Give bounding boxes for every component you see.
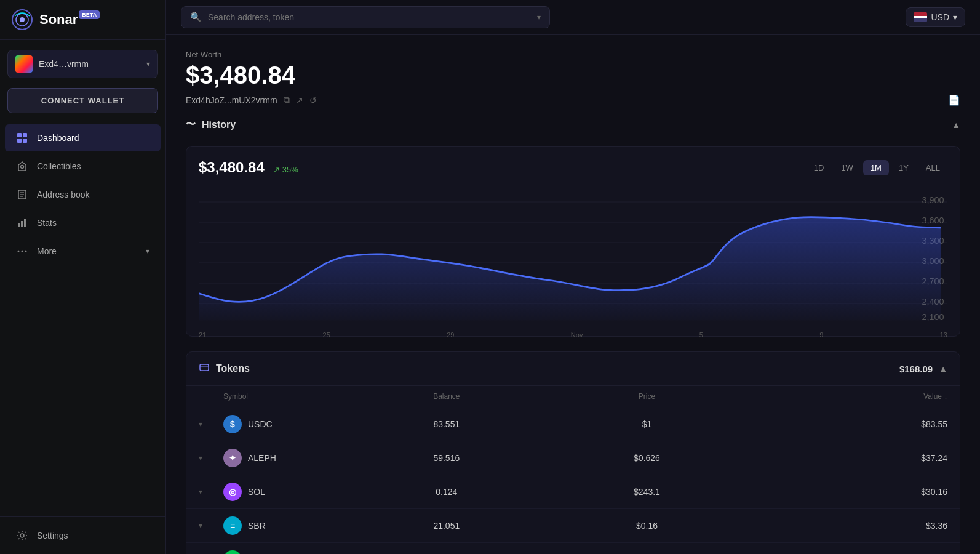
table-row: ▾ ≡ SBR 21.051 $0.16 $3.36 [186,509,960,543]
time-btn-1y[interactable]: 1Y [891,160,916,175]
svg-point-7 [21,166,24,169]
chart-header: $3,480.84 ↗ 35% 1D 1W 1M 1Y ALL [199,159,947,176]
svg-text:3,900: 3,900 [922,195,944,205]
search-input[interactable] [208,12,531,22]
address-row: Exd4hJoZ...mUX2vrmm ⧉ ↗ ↺ 📄 [186,94,960,106]
col-header-value: Value ↓ [747,392,947,401]
svg-point-17 [25,251,27,252]
history-section-header: 〜 History ▲ [186,118,960,136]
wallet-name: Exd4…vrmm [39,59,140,69]
sidebar-item-settings[interactable]: Settings [5,523,161,548]
col-header-chevron [199,392,223,401]
stats-icon [16,217,28,229]
col-header-balance: Balance [346,392,547,401]
token-info: ≡ SBR [223,516,346,535]
row-expand-icon[interactable]: ▾ [199,454,223,462]
table-row: ▾ ◈ ALM 0.248 $0.00135 $0.00 [186,543,960,554]
connect-wallet-button[interactable]: CONNECT WALLET [7,88,158,113]
address-text: Exd4hJoZ...mUX2vrmm [186,95,277,105]
svg-rect-3 [17,133,22,137]
time-btn-1w[interactable]: 1W [834,160,861,175]
time-period-buttons: 1D 1W 1M 1Y ALL [807,160,947,175]
x-label-25: 25 [323,331,330,339]
svg-rect-12 [18,223,20,227]
token-balance: 83.551 [346,419,547,429]
net-worth-label: Net Worth [186,50,960,59]
time-btn-1d[interactable]: 1D [807,160,832,175]
sidebar: SonarBETA Exd4…vrmm ▾ CONNECT WALLET Das… [0,0,166,554]
token-name: ALEPH [248,453,276,463]
token-value: $37.24 [747,453,947,463]
sidebar-item-collectibles[interactable]: Collectibles [5,153,161,180]
wallet-selector[interactable]: Exd4…vrmm ▾ [7,50,158,78]
token-balance: 59.516 [346,453,547,463]
tokens-total-value: $168.09 [899,364,933,374]
tokens-table: Symbol Balance Price Value ↓ ▾ $ USDC 83… [186,386,960,554]
chart-current-value: $3,480.84 [199,159,265,175]
chart-value-area: $3,480.84 ↗ 35% [199,159,298,176]
x-label-5: 5 [699,331,703,339]
svg-rect-14 [24,219,26,227]
token-value: $3.36 [747,521,947,531]
tokens-column-headers: Symbol Balance Price Value ↓ [186,386,960,407]
sonar-logo-icon [11,9,33,31]
chart-arrow-up-icon: ↗ [273,165,280,174]
x-label-nov: Nov [571,331,583,339]
token-value: $83.55 [747,419,947,429]
flag-icon [914,12,927,22]
token-icon-sbr: ≡ [223,516,242,535]
token-price: $0.16 [547,521,747,531]
sidebar-item-address-book[interactable]: Address book [5,181,161,208]
search-icon: 🔍 [190,12,202,23]
row-expand-icon[interactable]: ▾ [199,488,223,496]
token-name: USDC [248,419,273,429]
col-header-price: Price [547,392,747,401]
sidebar-item-more[interactable]: More ▾ [5,238,161,265]
doc-icon[interactable]: 📄 [948,94,960,106]
svg-rect-5 [17,138,22,143]
row-expand-icon[interactable]: ▾ [199,521,223,530]
copy-icon[interactable]: ⧉ [284,95,290,105]
net-worth-value: $3,480.84 [186,62,960,89]
chart-pct-value: 35% [282,165,298,174]
x-label-29: 29 [447,331,454,339]
history-title-icon: 〜 [186,118,196,131]
row-expand-icon[interactable]: ▾ [199,420,223,428]
search-bar[interactable]: 🔍 ▾ [181,6,550,28]
token-info: ◈ ALM [223,550,346,554]
tokens-collapse-icon[interactable]: ▲ [939,364,947,374]
token-icon-sol: ◎ [223,483,242,501]
time-btn-all[interactable]: ALL [918,160,947,175]
svg-point-2 [20,17,25,22]
x-label-9: 9 [819,331,823,339]
x-label-21: 21 [199,331,206,339]
topbar-right: USD ▾ [906,7,965,27]
content-area: Net Worth $3,480.84 Exd4hJoZ...mUX2vrmm … [166,35,980,554]
tokens-title-text: Tokens [216,363,250,374]
token-name: SBR [248,521,266,531]
sidebar-item-dashboard[interactable]: Dashboard [5,124,161,151]
sidebar-item-stats[interactable]: Stats [5,209,161,236]
external-link-icon[interactable]: ↗ [296,95,303,105]
svg-point-15 [18,251,20,252]
token-balance: 0.124 [346,487,547,497]
search-dropdown-icon: ▾ [537,13,541,22]
history-title-text: History [202,119,236,130]
settings-label: Settings [37,531,68,540]
tokens-icon [199,362,210,375]
settings-icon [16,529,28,542]
more-chevron-icon: ▾ [146,247,149,255]
time-btn-1m[interactable]: 1M [863,160,889,175]
svg-rect-13 [21,221,23,227]
sidebar-item-collectibles-label: Collectibles [37,161,81,171]
svg-rect-6 [23,138,27,143]
wallet-avatar [15,55,33,73]
dashboard-icon [16,132,28,144]
chart-percentage: ↗ 35% [273,165,298,174]
currency-selector[interactable]: USD ▾ [906,7,965,27]
more-dots-icon [16,245,28,257]
svg-text:3,600: 3,600 [922,215,944,225]
x-label-13: 13 [940,331,947,339]
refresh-icon[interactable]: ↺ [309,95,317,105]
history-collapse-icon[interactable]: ▲ [952,120,960,130]
